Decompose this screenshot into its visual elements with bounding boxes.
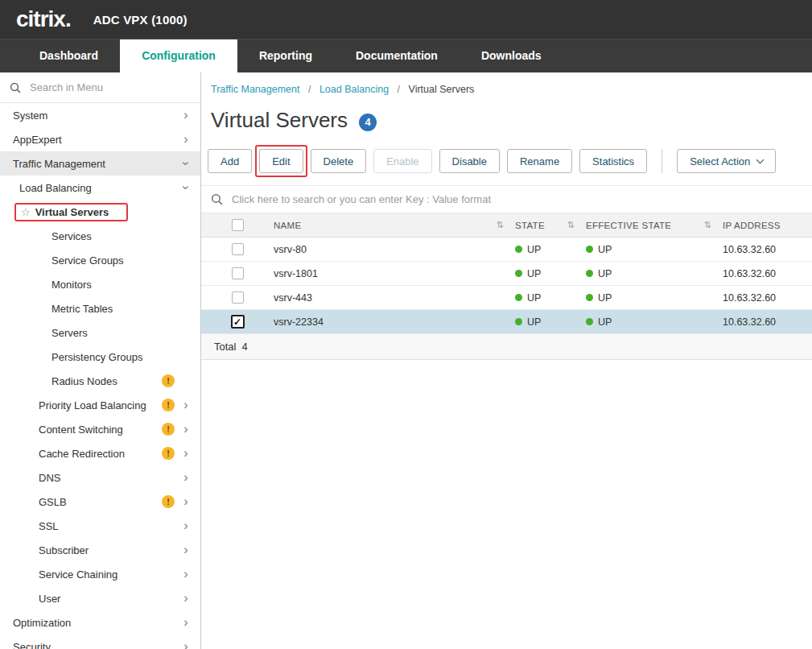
sidebar-item-label: Servers [52,327,88,339]
row-checkbox-checked[interactable] [231,315,245,329]
sidebar-item-servers[interactable]: Servers [0,320,200,345]
tab-configuration[interactable]: Configuration [120,39,237,72]
row-checkbox[interactable] [232,243,244,255]
row-checkbox[interactable] [232,291,244,304]
table-search-input[interactable] [230,192,802,206]
sidebar-item-traffic-management[interactable]: Traffic Management [0,151,200,176]
status-dot-green [515,294,522,301]
sidebar-item-security[interactable]: Security [0,635,200,649]
total-value: 4 [241,341,247,353]
product-title: ADC VPX (1000) [93,13,188,27]
sidebar-item-service-groups[interactable]: Service Groups [0,248,200,272]
sidebar-item-label: Subscriber [39,544,89,556]
rename-button[interactable]: Rename [507,149,572,173]
tab-documentation[interactable]: Documentation [334,39,460,72]
column-header-name: NAME [274,221,301,230]
status-dot-green [586,246,593,253]
status-dot-green [515,318,522,325]
sidebar-item-system[interactable]: System [0,103,200,127]
sidebar-item-priority-load-balancing[interactable]: Priority Load Balancing [0,393,200,417]
citrix-logo: citrix. [16,6,71,32]
cell-ip-address: 10.63.32.60 [723,244,812,255]
select-action-dropdown[interactable]: Select Action [677,149,776,173]
sidebar-item-services[interactable]: Services [0,224,200,248]
tab-downloads[interactable]: Downloads [460,39,563,72]
enable-button[interactable]: Enable [373,149,431,173]
breadcrumb-traffic-management[interactable]: Traffic Management [211,84,299,95]
chevron-right-icon [181,469,191,486]
title-row: Virtual Servers 4 [201,95,812,133]
breadcrumb-load-balancing[interactable]: Load Balancing [319,84,389,95]
delete-button[interactable]: Delete [311,149,367,173]
table-row[interactable]: vsrv-80 UP UP 10.63.32.60 [201,238,812,262]
sidebar-item-service-chaining[interactable]: Service Chaining [0,562,200,586]
sidebar-item-radius-nodes[interactable]: Radius Nodes [0,369,200,393]
state-text: UP [527,244,541,255]
sidebar-item-content-switching[interactable]: Content Switching [0,417,200,441]
app-header: citrix. ADC VPX (1000) [0,0,812,39]
count-badge: 4 [359,114,377,131]
favorite-star-icon [21,206,31,218]
warning-icon [162,495,175,508]
chevron-right-icon [181,131,191,147]
table-row[interactable]: vsrv-1801 UP UP 10.63.32.60 [201,262,812,286]
sidebar-item-cache-redirection[interactable]: Cache Redirection [0,441,200,465]
sidebar-item-label: Service Chaining [39,568,117,581]
nav-tabs: Dashboard Configuration Reporting Docume… [0,39,812,72]
chevron-right-icon [181,566,191,582]
warning-icon [162,423,175,436]
disable-button[interactable]: Disable [439,149,500,173]
sidebar-item-virtual-servers[interactable]: Virtual Servers [0,200,200,224]
tab-reporting[interactable]: Reporting [237,39,334,72]
select-all-checkbox[interactable] [232,219,244,231]
table-footer: Total 4 [201,334,812,360]
chevron-right-icon [181,614,191,630]
sidebar-item-dns[interactable]: DNS [0,465,200,490]
sidebar-item-label: DNS [39,472,60,484]
sort-icon[interactable] [496,220,504,230]
sidebar-item-persistency-groups[interactable]: Persistency Groups [0,345,200,369]
warning-icon [162,399,175,411]
sidebar-item-ssl[interactable]: SSL [0,514,200,538]
column-header-effective-state: EFFECTIVE STATE [586,221,671,230]
chevron-down-icon [756,155,765,163]
effective-state-text: UP [598,268,612,279]
sidebar-item-subscriber[interactable]: Subscriber [0,538,200,562]
edit-button[interactable]: Edit [259,149,303,173]
state-text: UP [527,268,541,279]
sidebar-item-metric-tables[interactable]: Metric Tables [0,296,200,320]
sidebar-search-input[interactable] [28,81,191,94]
sidebar-item-label: Service Groups [52,254,124,267]
table-row-selected[interactable]: vsrv-22334 UP UP 10.63.32.60 [201,310,812,334]
cell-name: vsrv-443 [274,292,515,304]
sort-icon[interactable] [703,220,711,230]
sidebar-item-label: GSLB [39,496,67,508]
sidebar-item-optimization[interactable]: Optimization [0,610,200,635]
column-header-ip-address: IP ADDRESS [723,221,812,230]
cell-name: vsrv-80 [274,244,515,255]
sidebar-item-label: Virtual Servers [35,206,109,218]
chevron-right-icon [181,107,191,123]
sidebar-item-load-balancing[interactable]: Load Balancing [0,176,200,200]
sidebar-item-gslb[interactable]: GSLB [0,490,200,514]
toolbar: Add Edit Delete Enable Disable Rename St… [201,133,812,173]
statistics-button[interactable]: Statistics [579,149,647,173]
page-title: Virtual Servers [211,108,348,133]
add-button[interactable]: Add [208,149,252,173]
tab-dashboard[interactable]: Dashboard [18,39,120,72]
sidebar-item-label: Priority Load Balancing [39,399,146,411]
sidebar-item-monitors[interactable]: Monitors [0,272,200,296]
effective-state-text: UP [598,292,612,304]
sidebar-item-label: Services [52,230,92,242]
row-checkbox[interactable] [232,267,244,279]
sidebar-item-label: Traffic Management [13,158,105,170]
search-icon [10,82,21,93]
sidebar: System AppExpert Traffic Management Load… [0,72,201,649]
breadcrumb-separator: / [308,84,311,95]
table-search [201,185,812,213]
table-row[interactable]: vsrv-443 UP UP 10.63.32.60 [201,286,812,310]
sidebar-item-user[interactable]: User [0,586,200,610]
sort-icon[interactable] [567,220,575,230]
sidebar-item-appexpert[interactable]: AppExpert [0,127,200,151]
sidebar-item-label: Optimization [13,617,71,629]
